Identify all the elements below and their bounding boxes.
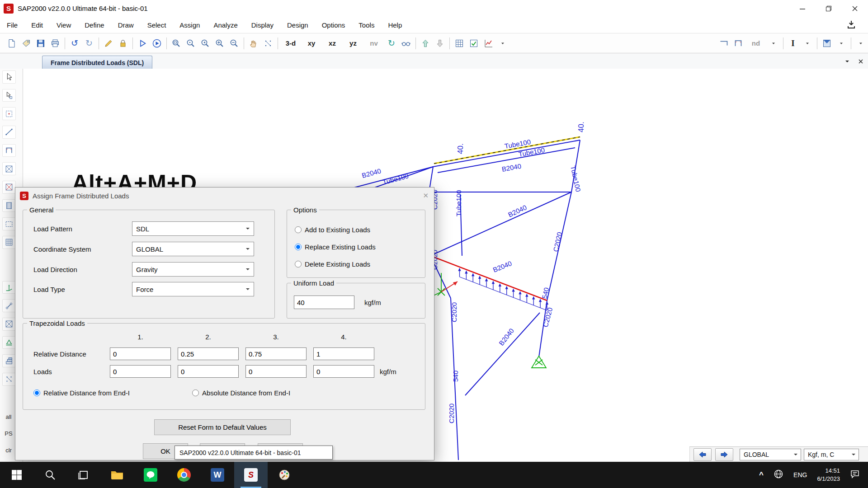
menu-item-help[interactable]: Help	[381, 19, 409, 32]
relative-distance-radio[interactable]: Relative Distance from End-I	[33, 389, 130, 397]
tab-close-icon[interactable]	[856, 57, 865, 66]
zoom-out-icon[interactable]	[227, 36, 241, 51]
new-model-icon[interactable]	[5, 36, 19, 51]
view-3d-button[interactable]: 3-d	[280, 36, 301, 51]
quick-frame-tool[interactable]	[2, 144, 16, 157]
previous-view-button[interactable]	[693, 448, 712, 461]
line-app-icon[interactable]	[134, 462, 167, 488]
start-button[interactable]	[0, 462, 33, 488]
pencil-icon[interactable]	[101, 36, 116, 51]
previous-zoom-icon[interactable]	[198, 36, 212, 51]
grid-icon[interactable]	[452, 36, 467, 51]
run-analysis-icon[interactable]	[135, 36, 150, 51]
uniform-load-input[interactable]	[294, 296, 354, 309]
menu-item-draw[interactable]: Draw	[111, 19, 141, 32]
select-arrow-tool[interactable]	[2, 70, 16, 84]
brace-tool[interactable]	[2, 162, 16, 175]
axes-tool[interactable]	[2, 281, 16, 294]
object-up-icon[interactable]	[418, 36, 433, 51]
secondary-beam-tool[interactable]	[2, 181, 16, 194]
language-indicator[interactable]: ENG	[793, 471, 807, 479]
next-view-button[interactable]	[715, 448, 733, 461]
coordinate-system-select[interactable]: GLOBAL	[740, 449, 801, 460]
support-tool[interactable]	[2, 336, 16, 349]
add-to-existing-loads-radio[interactable]: Add to Existing Loads	[295, 226, 370, 234]
end-release-icon[interactable]	[731, 36, 745, 51]
redo-icon[interactable]: ↻	[82, 36, 96, 51]
lock-icon[interactable]	[116, 36, 130, 51]
dialog-title-bar[interactable]: S Assign Frame Distributed Loads ✕	[15, 188, 434, 204]
units-select[interactable]: Kgf, m, C	[804, 449, 859, 460]
area-caret-icon[interactable]	[834, 36, 849, 51]
full-view-icon[interactable]	[184, 36, 198, 51]
joint-tool[interactable]	[2, 107, 16, 120]
snap-points-tool[interactable]	[2, 373, 16, 386]
isection-icon[interactable]: I	[786, 36, 800, 51]
dialog-close-icon[interactable]: ✕	[423, 192, 429, 200]
load-2-input[interactable]	[178, 365, 239, 378]
nd-button[interactable]: nd	[745, 36, 766, 51]
more-caret-icon[interactable]	[854, 36, 868, 51]
task-view-icon[interactable]	[67, 462, 100, 488]
network-icon[interactable]	[774, 469, 783, 481]
file-explorer-icon[interactable]	[100, 462, 134, 488]
quick-area-tool[interactable]	[2, 217, 16, 230]
rel-dist-4-input[interactable]	[313, 347, 374, 360]
menu-item-display[interactable]: Display	[245, 19, 280, 32]
menu-item-options[interactable]: Options	[315, 19, 352, 32]
selected-member[interactable]	[430, 256, 547, 300]
load-type-select[interactable]: Force	[132, 282, 254, 296]
object-down-icon[interactable]	[433, 36, 447, 51]
coordinate-system-dialog-select[interactable]: GLOBAL	[132, 242, 254, 256]
save-icon[interactable]	[33, 36, 48, 51]
load-pattern-select[interactable]: SDL	[132, 221, 254, 236]
mesh-grid-tool[interactable]	[2, 236, 16, 249]
rel-dist-2-input[interactable]	[178, 347, 239, 360]
chart-caret-icon[interactable]	[495, 36, 510, 51]
load-4-input[interactable]	[313, 365, 374, 378]
rubber-band-zoom-icon[interactable]	[169, 36, 184, 51]
view-xy-button[interactable]: xy	[301, 36, 322, 51]
previous-selection-button[interactable]: PS	[2, 428, 15, 439]
view-nv-button[interactable]: nv	[363, 36, 384, 51]
absolute-distance-radio[interactable]: Absolute Distance from End-I	[192, 389, 290, 397]
sap2000-taskbar-icon[interactable]: S	[234, 462, 268, 488]
rel-dist-1-input[interactable]	[110, 347, 171, 360]
zoom-in-icon[interactable]	[212, 36, 227, 51]
clear-selection-button[interactable]: clr	[2, 445, 15, 455]
chrome-icon[interactable]	[167, 462, 201, 488]
restore-button[interactable]	[816, 0, 842, 17]
reshape-tool[interactable]	[2, 89, 16, 102]
display-options-icon[interactable]	[467, 36, 481, 51]
minimize-button[interactable]	[789, 0, 816, 17]
isection-caret-icon[interactable]	[800, 36, 815, 51]
undo-icon[interactable]: ↺	[67, 36, 82, 51]
open-model-icon[interactable]	[19, 36, 33, 51]
menu-item-edit[interactable]: Edit	[24, 19, 50, 32]
download-icon[interactable]	[846, 19, 856, 31]
reset-form-button[interactable]: Reset Form to Default Values	[154, 419, 291, 435]
section-cut-icon[interactable]	[717, 36, 731, 51]
link-tool[interactable]	[2, 299, 16, 312]
pan-icon[interactable]	[246, 36, 261, 51]
nd-caret-icon[interactable]	[766, 36, 781, 51]
menu-item-assign[interactable]: Assign	[173, 19, 207, 32]
load-direction-select[interactable]: Gravity	[132, 262, 254, 277]
tab-chevron-down-icon[interactable]	[843, 57, 852, 66]
draw-area-tool[interactable]	[2, 199, 16, 212]
menu-item-analyze[interactable]: Analyze	[207, 19, 244, 32]
print-icon[interactable]	[48, 36, 62, 51]
area-section-icon[interactable]	[820, 36, 834, 51]
replace-existing-loads-radio[interactable]: Replace Existing Loads	[295, 243, 376, 251]
load-3-input[interactable]	[245, 365, 307, 378]
menu-item-define[interactable]: Define	[78, 19, 111, 32]
rotate-view-icon[interactable]: ↻	[384, 36, 399, 51]
word-icon[interactable]: W	[201, 462, 234, 488]
tray-chevron-icon[interactable]: ^	[759, 470, 764, 479]
close-button[interactable]	[842, 0, 868, 17]
menu-item-view[interactable]: View	[50, 19, 78, 32]
run-options-icon[interactable]	[150, 36, 164, 51]
notification-center-icon[interactable]	[850, 469, 860, 481]
clock[interactable]: 14:51 6/1/2023	[817, 467, 840, 483]
delete-existing-loads-radio[interactable]: Delete Existing Loads	[295, 260, 370, 268]
